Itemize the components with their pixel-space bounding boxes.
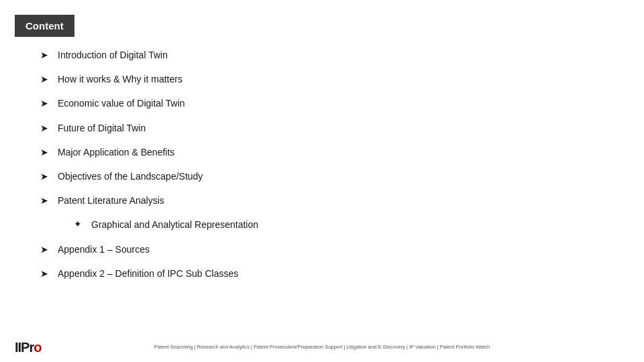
arrow-icon-major: ➤ <box>40 147 48 158</box>
menu-item-economic: ➤ Economic value of Digital Twin <box>40 97 604 109</box>
arrow-icon-appendix1: ➤ <box>40 244 48 255</box>
menu-item-appendix1: ➤ Appendix 1 – Sources <box>40 243 604 255</box>
menu-label-future: Future of Digital Twin <box>58 122 146 134</box>
menu-label-major: Major Application & Benefits <box>58 146 174 158</box>
arrow-icon-future: ➤ <box>40 123 48 133</box>
menu-label-how: How it works & Why it matters <box>58 73 182 85</box>
arrow-icon-objectives: ➤ <box>40 171 48 182</box>
menu-label-intro: Introduction of Digital Twin <box>58 49 168 61</box>
arrow-icon-patent: ➤ <box>40 195 48 206</box>
menu-item-major: ➤ Major Application & Benefits <box>40 146 604 158</box>
menu-item-patent: ➤ Patent Literature Analysis <box>40 194 604 206</box>
logo-text: IIPro <box>15 340 41 355</box>
sub-item-graphical: ✦ Graphical and Analytical Representatio… <box>74 219 604 231</box>
menu-label-economic: Economic value of Digital Twin <box>58 97 185 109</box>
arrow-icon-appendix2: ➤ <box>40 268 48 279</box>
menu-label-patent: Patent Literature Analysis <box>58 194 164 206</box>
footer-text: Patent Searching | Research and Analytic… <box>154 344 490 350</box>
header-title: Content <box>25 20 64 32</box>
menu-label-appendix1: Appendix 1 – Sources <box>58 243 150 255</box>
menu-label-objectives: Objectives of the Landscape/Study <box>58 170 203 182</box>
arrow-icon-economic: ➤ <box>40 98 48 109</box>
menu-item-objectives: ➤ Objectives of the Landscape/Study <box>40 170 604 182</box>
sub-label-graphical: Graphical and Analytical Representation <box>91 219 258 231</box>
arrow-icon-how: ➤ <box>40 74 48 84</box>
diamond-icon-graphical: ✦ <box>74 219 82 229</box>
menu-label-appendix2: Appendix 2 – Definition of IPC Sub Class… <box>58 267 238 280</box>
menu-item-intro: ➤ Introduction of Digital Twin <box>40 49 604 61</box>
arrow-icon-intro: ➤ <box>40 50 48 60</box>
content-area: ➤ Introduction of Digital Twin ➤ How it … <box>0 37 644 298</box>
header-bar: Content <box>15 15 74 37</box>
menu-item-how: ➤ How it works & Why it matters <box>40 73 604 85</box>
logo-accent: o <box>34 340 41 355</box>
menu-item-future: ➤ Future of Digital Twin <box>40 122 604 134</box>
menu-item-appendix2: ➤ Appendix 2 – Definition of IPC Sub Cla… <box>40 267 604 280</box>
logo-area: IIPro <box>15 340 41 355</box>
